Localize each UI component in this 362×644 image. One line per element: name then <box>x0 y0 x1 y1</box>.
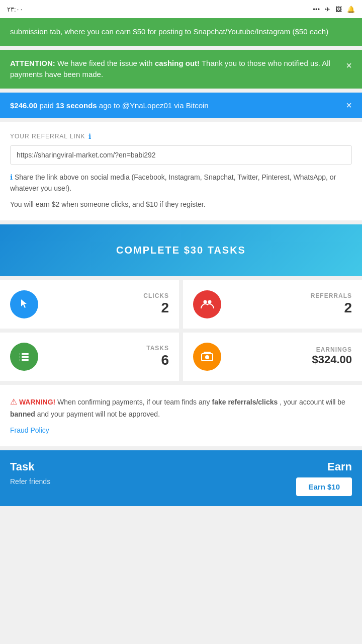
svg-point-6 <box>20 356 22 358</box>
earnings-icon <box>193 343 221 371</box>
task-column-title: Task <box>10 460 181 473</box>
svg-point-5 <box>20 353 22 355</box>
payment-suffix: ago to @YnaLopez01 via Bitcoin <box>97 101 209 110</box>
info-icon: ℹ <box>88 132 92 140</box>
earnings-stat-card: EARNINGS $324.00 <box>183 333 362 381</box>
task-column-subtitle: Refer friends <box>10 477 181 486</box>
send-icon: ✈ <box>325 6 330 13</box>
attention-body: We have fixed the issue with <box>55 59 155 67</box>
svg-point-1 <box>208 300 212 303</box>
attention-highlight: cashing out! <box>155 59 200 67</box>
referrals-label: REFERRALS <box>311 292 352 299</box>
referral-section: YOUR REFERRAL LINK ℹ ℹ Share the link ab… <box>0 122 362 220</box>
attention-banner: ATTENTION: We have fixed the issue with … <box>0 50 362 89</box>
fraud-policy-link[interactable]: Fraud Policy <box>10 426 49 434</box>
payment-banner: $246.00 paid 13 seconds ago to @YnaLopez… <box>0 93 362 118</box>
referral-info-text: ℹ Share the link above on social media (… <box>10 172 352 194</box>
stats-grid: CLICKS 2 REFERRALS 2 <box>0 280 362 381</box>
warning-suffix: and your payment will not be approved. <box>37 410 160 418</box>
tasks-value: 6 <box>146 352 169 369</box>
attention-close-button[interactable]: × <box>346 58 352 73</box>
payment-time: 13 seconds <box>56 101 97 110</box>
earnings-label: EARNINGS <box>312 346 352 353</box>
info-circle-icon: ℹ <box>10 173 13 181</box>
notification-icon: 🔔 <box>347 6 355 13</box>
earn-column: Earn Earn $10 <box>181 460 352 496</box>
earnings-content: EARNINGS $324.00 <box>312 346 352 366</box>
warning-fake: fake referrals/clicks <box>212 398 278 406</box>
warning-body: When confirming payments, if our team fi… <box>57 398 212 406</box>
referrals-stat-card: REFERRALS 2 <box>183 280 362 329</box>
task-column: Task Refer friends <box>10 460 181 496</box>
referral-earn-text: You will earn $2 when someone clicks, an… <box>10 199 352 210</box>
clicks-value: 2 <box>143 299 169 316</box>
status-left: ۲۳:۰۰ <box>7 6 23 13</box>
warning-section: ⚠ WARNING! When confirming payments, if … <box>0 385 362 447</box>
payment-body: paid <box>37 101 56 110</box>
referrals-content: REFERRALS 2 <box>311 292 352 316</box>
attention-text: ATTENTION: We have fixed the issue with … <box>10 58 341 80</box>
tasks-icon <box>10 343 38 371</box>
warning-prefix: WARNING! <box>19 398 55 406</box>
warning-text: ⚠ WARNING! When confirming payments, if … <box>10 395 352 421</box>
clicks-content: CLICKS 2 <box>143 292 169 316</box>
green-banner-text: submission tab, where you can earn $50 f… <box>10 27 328 36</box>
referral-link-input[interactable] <box>10 145 352 165</box>
attention-prefix: ATTENTION: <box>10 59 55 67</box>
complete-tasks-button[interactable]: COMPLETE $30 TASKS <box>0 224 362 276</box>
warning-triangle-icon: ⚠ <box>10 397 17 406</box>
clicks-stat-card: CLICKS 2 <box>0 280 179 329</box>
earnings-value: $324.00 <box>312 353 352 366</box>
svg-rect-10 <box>204 352 211 353</box>
svg-point-9 <box>205 355 209 359</box>
earn-button[interactable]: Earn $10 <box>296 477 352 496</box>
clicks-icon <box>10 290 38 318</box>
earn-column-title: Earn <box>327 460 352 473</box>
svg-point-0 <box>204 300 207 303</box>
tasks-label: TASKS <box>146 345 169 352</box>
payment-text: $246.00 paid 13 seconds ago to @YnaLopez… <box>10 101 209 110</box>
green-banner-top: submission tab, where you can earn $50 f… <box>0 18 362 46</box>
status-right: ••• ✈ 🖼 🔔 <box>313 6 355 13</box>
clicks-label: CLICKS <box>143 292 169 299</box>
time-display: ۲۳:۰۰ <box>7 6 23 13</box>
warning-middle: , your account will be <box>280 398 345 406</box>
more-icon: ••• <box>313 6 320 13</box>
referrals-value: 2 <box>311 299 352 316</box>
referrals-icon <box>193 290 221 318</box>
tasks-stat-card: TASKS 6 <box>0 333 179 381</box>
warning-banned: banned <box>10 410 35 418</box>
status-bar: ۲۳:۰۰ ••• ✈ 🖼 🔔 <box>0 0 362 18</box>
referral-label: YOUR REFERRAL LINK ℹ <box>10 132 352 140</box>
payment-amount: $246.00 <box>10 101 37 110</box>
bottom-table: Task Refer friends Earn Earn $10 <box>0 450 362 506</box>
tasks-content: TASKS 6 <box>146 345 169 369</box>
payment-close-button[interactable]: × <box>346 100 352 111</box>
svg-point-7 <box>20 359 22 361</box>
gallery-icon: 🖼 <box>335 6 342 13</box>
